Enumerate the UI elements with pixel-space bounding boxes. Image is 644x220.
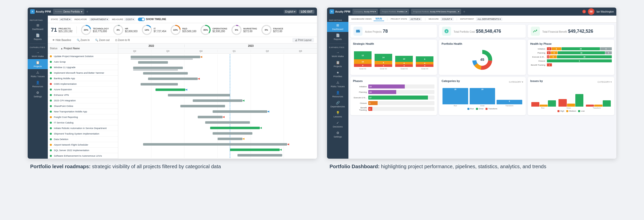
state-filter[interactable]: STATE ACTIVE ▾ [51,18,72,21]
tab-main[interactable]: MAIN [374,17,384,21]
project-state-dropdown[interactable]: ACTIVE ▾ [409,17,422,21]
right-sidebar-item-lessons[interactable]: 💡 Lessons [327,109,348,119]
department-dropdown[interactable]: DEPARTMENT ▾ [89,18,109,21]
metric-divider [76,26,77,33]
svg-text:45: 45 [480,58,484,62]
priorities-icon: ★ [336,71,339,74]
table-row: Window 11 Upgrade [48,65,118,70]
issues-transform-group [586,100,611,107]
portfolio-dropdown[interactable]: Portfolio Demo Portfolio ▾ [53,9,85,14]
right-sidebar-item-work-intake[interactable]: → Work Intake [327,49,348,59]
hide-baseline-btn[interactable]: 👁 Hide Baseline [51,38,73,42]
svg-rect-24 [133,69,178,71]
health-by-phase-chart: Health by Phase Initiation 3 8 35 9 [528,40,614,75]
language-btn[interactable]: English ▾ [284,10,297,14]
status-dot [50,116,52,118]
sidebar-divider [329,43,346,44]
sidebar-item-dashboard[interactable]: ⊞ Dashboard [28,22,48,32]
print-btn[interactable]: 🖨 Print Layout [292,38,314,42]
status-dot [50,66,52,68]
phases-chart: Phases Initiation 19 Planning 15 [350,77,437,115]
svg-rect-26 [148,77,198,80]
right-sidebar-item-dashboard[interactable]: ⊞ Dashboard [327,22,348,32]
categories-filter[interactable]: CATEGORY ▾ [509,81,523,83]
svg-marker-38 [223,116,225,118]
measure-dropdown[interactable]: COST ▾ [124,18,135,21]
left-content: STATE ACTIVE ▾ INDICATOR DEPARTMENT ▾ [48,16,317,159]
categories-legend: Run Grow Transform [441,108,523,110]
zoom-fit-btn[interactable]: ⊡ Zoom to fit [114,38,131,42]
right-logo-icon: A [330,9,334,14]
phase-planning: Planning 15 [353,90,434,94]
total-projects-metric: 71 PROJECTS $15,133,192 [51,27,72,33]
svg-rect-47 [230,149,280,151]
goal-1-bar: 12 16 8 Goal #1 [354,51,372,70]
marketing-metric: 5% MARKETING $272.00 [231,25,257,35]
sidebar-item-work-intake[interactable]: → Work Intake [28,49,48,59]
table-row: SharePoint Online [48,103,118,109]
active-projects-icon [353,27,363,36]
right-screenshot: A Acuity PPM Company Acuity PPM ▾ Projec… [327,8,616,159]
zoom-in-btn[interactable]: 🔍 Zoom In [75,38,91,42]
right-sidebar-item-dependencies[interactable]: 🔗 Dependencies [327,99,348,109]
portfolio-cost-info: Total Portfolio Cost $58,548,476 [454,29,522,34]
zoom-out-btn[interactable]: 🔍 Zoom out [94,38,111,42]
status-dot [50,155,52,157]
sidebar-item-resources[interactable]: 👤 Resources [28,79,48,89]
proposal-portfolio-dropdown[interactable]: Proposal Portfolio Acuity PPM Demo Propo… [411,9,461,14]
topbar-actions: English ▾ LOG OUT [284,10,314,14]
issues-transform-medium [594,105,602,107]
svg-rect-35 [213,110,267,113]
project-portfolio-dropdown[interactable]: Project Portfolio Portfilio 1 ▾ [380,9,409,14]
resources-icon: 👤 [36,81,40,84]
svg-rect-39 [205,121,250,124]
reporting-label: REPORTING [28,18,48,22]
grow-legend-dot [476,108,478,110]
right-app-body: REPORTING ⊞ Dashboard 📄 Reports CAPABILI… [327,16,616,159]
issues-run-medium [540,105,548,107]
work-intake-icon: → [336,51,339,54]
department-dropdown[interactable]: ALL DEPARTMENTS ▾ [476,17,502,21]
timeline-toggle[interactable] [138,18,145,21]
right-sidebar-item-reports[interactable]: 📄 Reports [327,32,348,42]
department-filter[interactable]: DEPARTMENT ▾ [89,18,109,21]
metrics-row: 71 PROJECTS $15,133,192 [48,23,317,37]
table-row: IT Service Catalog [48,120,118,125]
high-legend-dot [557,110,559,112]
company-dropdown[interactable]: Company Acuity PPM ▾ [352,9,378,14]
dependencies-icon: 🔗 [336,101,340,105]
right-sidebar-item-resources[interactable]: 👤 Resources [327,89,348,99]
right-sidebar-item-decisions[interactable]: ✓ Decisions [327,119,348,129]
measure-dropdown[interactable]: COUNT ▾ [441,17,454,21]
sidebar-item-label: Dependencies [331,105,345,108]
logout-btn[interactable]: LOG OUT [299,10,314,14]
issues-filter[interactable]: CATEGORY ▾ [597,81,612,83]
notification-badge[interactable]: 1 [582,10,586,13]
right-sidebar-item-settings[interactable]: ⚙ Settings [327,129,348,140]
sidebar-item-label: Settings [334,136,342,138]
phase-benefit: Benefit Tracking 2 [353,107,434,111]
table-row: New Transportation Mobile App [48,109,118,114]
sidebar-item-label: Risks / Issues [331,85,345,88]
left-filter-bar: STATE ACTIVE ▾ INDICATOR DEPARTMENT ▾ [48,16,317,23]
right-sidebar-item-risks[interactable]: ⚠ Risks / Issues [327,79,348,89]
measure-filter[interactable]: MEASURE COST ▾ [112,18,135,21]
operations-metric: 35% OPERATIONS $2,930,200 [200,25,227,35]
gantt-bars-svg [118,54,317,159]
sidebar-item-settings[interactable]: ⚙ Settings [28,89,48,99]
indicator-filter[interactable]: INDICATOR [74,18,87,21]
phase-initiation: Initiation 19 [353,84,434,89]
right-sidebar-item-priorities[interactable]: ★ Priorities [327,69,348,79]
issues-title: Issues by [530,79,543,82]
right-sidebar-item-projects[interactable]: 📋 Projects [327,59,348,69]
table-row: Initiate Robotic Automation in Service D… [48,125,118,131]
state-dropdown[interactable]: ACTIVE ▾ [59,18,72,21]
capabilities-label: CAPABILITIES [327,45,348,49]
user-avatar[interactable]: IW [588,8,594,15]
sidebar-item-projects[interactable]: 📋 Projects [28,59,48,69]
svg-rect-40 [210,127,260,129]
sidebar-item-risks[interactable]: ⚠ Risks / Issues [28,69,48,79]
issues-by-chart: Issues by CATEGORY ▾ [528,77,614,115]
svg-marker-33 [243,100,245,102]
sidebar-item-reports[interactable]: 📄 Reports [28,32,48,42]
